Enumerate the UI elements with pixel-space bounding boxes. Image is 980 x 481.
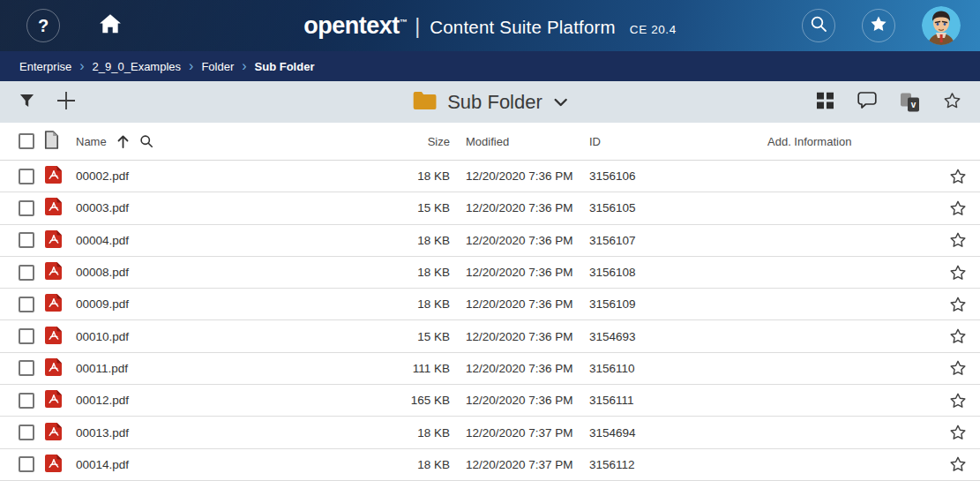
row-favorite-star-icon[interactable] xyxy=(949,199,967,217)
pdf-file-icon xyxy=(44,389,64,411)
name-column-header: Name xyxy=(76,134,379,148)
file-modified-date: 12/20/2020 7:36 PM xyxy=(450,201,573,214)
row-checkbox[interactable] xyxy=(19,328,34,344)
name-column-label[interactable]: Name xyxy=(76,135,107,148)
folder-title-dropdown[interactable]: Sub Folder xyxy=(412,91,568,114)
row-type-cell xyxy=(44,357,76,380)
file-name-link[interactable]: 00004.pdf xyxy=(76,234,129,247)
row-checkbox[interactable] xyxy=(19,200,34,216)
file-modified-date: 12/20/2020 7:36 PM xyxy=(450,362,573,375)
row-checkbox[interactable] xyxy=(19,360,34,376)
row-favorite-star-icon[interactable] xyxy=(949,231,967,249)
row-type-cell xyxy=(44,293,76,315)
row-favorite-cell xyxy=(936,424,980,441)
file-modified-date: 12/20/2020 7:36 PM xyxy=(450,330,573,343)
home-icon xyxy=(99,13,122,38)
search-button[interactable] xyxy=(802,9,835,42)
table-row[interactable]: 00012.pdf 165 KB 12/20/2020 7:36 PM 3156… xyxy=(0,385,980,417)
filter-button[interactable] xyxy=(19,94,34,111)
file-name-link[interactable]: 00013.pdf xyxy=(76,426,129,440)
id-column-header[interactable]: ID xyxy=(573,135,759,148)
file-name-link[interactable]: 00012.pdf xyxy=(76,394,129,407)
row-checkbox[interactable] xyxy=(19,169,34,184)
row-checkbox[interactable] xyxy=(19,425,34,440)
breadcrumb-separator-icon: › xyxy=(242,59,246,73)
versions-front-page: v xyxy=(908,97,919,111)
row-favorite-star-icon[interactable] xyxy=(949,168,967,185)
row-checkbox-cell xyxy=(0,456,44,472)
row-checkbox[interactable] xyxy=(19,393,34,409)
row-favorite-star-icon[interactable] xyxy=(949,392,967,410)
column-search-icon[interactable] xyxy=(139,134,153,148)
file-size: 111 KB xyxy=(379,362,450,375)
row-checkbox-cell xyxy=(0,360,44,376)
file-name-cell: 00012.pdf xyxy=(76,394,379,407)
addinfo-column-header[interactable]: Add. Information xyxy=(759,135,936,148)
row-favorite-star-icon[interactable] xyxy=(949,264,967,282)
table-row[interactable]: 00004.pdf 18 KB 12/20/2020 7:36 PM 31561… xyxy=(0,225,980,257)
table-row[interactable]: 00010.pdf 15 KB 12/20/2020 7:36 PM 31546… xyxy=(0,320,980,352)
table-row[interactable]: 00014.pdf 18 KB 12/20/2020 7:37 PM 31561… xyxy=(0,449,980,481)
row-favorite-star-icon[interactable] xyxy=(949,327,967,345)
breadcrumb-item-folder[interactable]: Folder xyxy=(201,60,234,73)
row-checkbox[interactable] xyxy=(19,456,34,472)
table-row[interactable]: 00002.pdf 18 KB 12/20/2020 7:36 PM 31561… xyxy=(0,161,980,192)
user-avatar[interactable] xyxy=(922,6,961,45)
row-favorite-star-icon[interactable] xyxy=(949,455,967,473)
table-row[interactable]: 00009.pdf 18 KB 12/20/2020 7:36 PM 31561… xyxy=(0,289,980,320)
file-size: 18 KB xyxy=(379,169,450,183)
view-mode-button[interactable] xyxy=(817,92,834,112)
file-size: 15 KB xyxy=(379,201,450,214)
breadcrumb-item-enterprise[interactable]: Enterprise xyxy=(19,60,71,73)
pdf-file-icon xyxy=(44,326,64,348)
table-row[interactable]: 00011.pdf 111 KB 12/20/2020 7:36 PM 3156… xyxy=(0,353,980,385)
file-modified-date: 12/20/2020 7:36 PM xyxy=(450,394,573,407)
file-name-link[interactable]: 00010.pdf xyxy=(76,330,129,343)
row-favorite-cell xyxy=(936,359,980,377)
favorite-toggle-button[interactable] xyxy=(943,91,961,113)
breadcrumb-item-examples[interactable]: 2_9_0_Examples xyxy=(93,60,181,73)
size-column-header[interactable]: Size xyxy=(379,135,450,148)
page-title: Sub Folder xyxy=(447,91,542,114)
help-button[interactable]: ? xyxy=(26,9,60,42)
add-item-button[interactable] xyxy=(56,90,77,115)
table-header-row: Name Size Modified ID Add. Information xyxy=(0,123,980,161)
row-favorite-star-icon[interactable] xyxy=(949,296,967,313)
file-name-cell: 00008.pdf xyxy=(76,266,379,279)
sort-ascending-icon[interactable] xyxy=(117,135,129,148)
file-size: 18 KB xyxy=(379,458,450,471)
type-column-header[interactable] xyxy=(44,131,76,152)
file-name-link[interactable]: 00002.pdf xyxy=(76,169,129,183)
table-row[interactable]: 00008.pdf 18 KB 12/20/2020 7:36 PM 31561… xyxy=(0,257,980,289)
versions-icon: v xyxy=(901,93,919,111)
row-favorite-cell xyxy=(936,264,980,282)
modified-column-header[interactable]: Modified xyxy=(450,135,573,148)
home-button[interactable] xyxy=(94,9,127,42)
file-name-link[interactable]: 00011.pdf xyxy=(76,362,128,375)
file-name-link[interactable]: 00009.pdf xyxy=(76,297,129,311)
file-modified-date: 12/20/2020 7:36 PM xyxy=(450,169,573,183)
document-type-icon xyxy=(44,131,59,152)
row-favorite-star-icon[interactable] xyxy=(949,424,967,441)
file-name-link[interactable]: 00014.pdf xyxy=(76,458,129,471)
table-row[interactable]: 00013.pdf 18 KB 12/20/2020 7:37 PM 31546… xyxy=(0,417,980,448)
file-name-link[interactable]: 00008.pdf xyxy=(76,266,129,279)
favorites-button[interactable] xyxy=(862,9,895,42)
pdf-file-icon xyxy=(44,261,64,283)
comments-button[interactable] xyxy=(857,92,877,113)
row-checkbox-cell xyxy=(0,265,44,281)
file-id: 3156112 xyxy=(573,458,759,471)
folder-icon xyxy=(412,91,436,113)
row-checkbox[interactable] xyxy=(19,232,34,248)
file-modified-date: 12/20/2020 7:36 PM xyxy=(450,297,573,311)
row-checkbox[interactable] xyxy=(19,297,34,312)
file-modified-date: 12/20/2020 7:36 PM xyxy=(450,266,573,279)
versions-button[interactable]: v xyxy=(901,93,919,111)
file-name-cell: 00011.pdf xyxy=(76,362,379,375)
row-checkbox[interactable] xyxy=(19,265,34,281)
file-size: 18 KB xyxy=(379,426,450,440)
file-name-link[interactable]: 00003.pdf xyxy=(76,201,129,214)
select-all-checkbox[interactable] xyxy=(19,133,34,149)
table-row[interactable]: 00003.pdf 15 KB 12/20/2020 7:36 PM 31561… xyxy=(0,192,980,224)
row-favorite-star-icon[interactable] xyxy=(949,359,967,377)
